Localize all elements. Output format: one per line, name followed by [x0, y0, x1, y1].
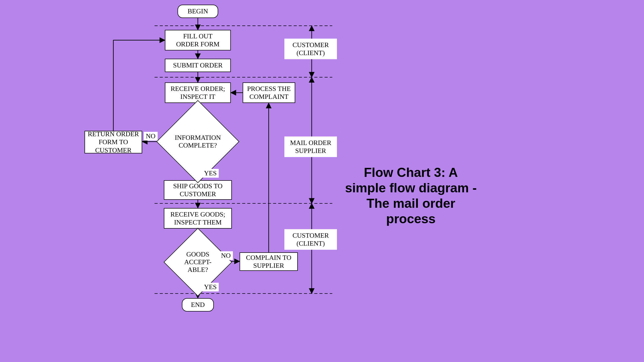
edge-label-no-1: NO — [144, 132, 158, 141]
diagram-title: Flow Chart 3: A simple flow diagram - Th… — [343, 165, 479, 227]
swimlane-mail-order: MAIL ORDER SUPPLIER — [284, 136, 337, 157]
swimlane-customer-bottom: CUSTOMER (CLIENT) — [284, 229, 337, 250]
node-submit-label: SUBMIT ORDER — [173, 61, 223, 69]
node-ship-goods-label: SHIP GOODS TO CUSTOMER — [173, 182, 223, 198]
edge-label-yes-1: YES — [202, 169, 219, 178]
node-return-form: RETURN ORDER FORM TO CUSTOMER — [84, 131, 142, 153]
edge-label-no-2: NO — [219, 251, 233, 260]
node-process-complaint-label: PROCESS THE COMPLAINT — [247, 85, 291, 101]
node-info-complete-label: INFORMATION COMPLETE? — [175, 134, 221, 149]
node-goods-acceptable: GOODS ACCEPT- ABLE? — [174, 238, 222, 286]
node-receive-goods: RECEIVE GOODS; INSPECT THEM — [164, 208, 232, 229]
node-submit: SUBMIT ORDER — [165, 59, 231, 72]
node-end: END — [182, 298, 214, 312]
node-return-form-label: RETURN ORDER FORM TO CUSTOMER — [88, 130, 139, 154]
node-goods-acceptable-label: GOODS ACCEPT- ABLE? — [184, 251, 211, 274]
flowchart-diagram: BEGIN END FILL OUT ORDER FORM SUBMIT ORD… — [0, 0, 644, 362]
node-complain: COMPLAIN TO SUPPLIER — [240, 252, 298, 271]
node-receive-order-label: RECEIVE ORDER; INSPECT IT — [171, 85, 225, 101]
node-receive-goods-label: RECEIVE GOODS; INSPECT THEM — [170, 210, 225, 226]
swimlane-customer-top: CUSTOMER (CLIENT) — [284, 39, 337, 59]
node-end-label: END — [191, 301, 205, 309]
node-complain-label: COMPLAIN TO SUPPLIER — [246, 254, 291, 270]
edge-label-yes-2: YES — [202, 283, 219, 291]
node-begin-label: BEGIN — [188, 7, 208, 15]
node-ship-goods: SHIP GOODS TO CUSTOMER — [164, 180, 232, 200]
node-begin: BEGIN — [177, 5, 218, 18]
node-fill-out: FILL OUT ORDER FORM — [165, 30, 231, 50]
node-process-complaint: PROCESS THE COMPLAINT — [243, 82, 295, 103]
node-fill-out-label: FILL OUT ORDER FORM — [176, 32, 219, 48]
node-info-complete: INFORMATION COMPLETE? — [168, 112, 227, 171]
